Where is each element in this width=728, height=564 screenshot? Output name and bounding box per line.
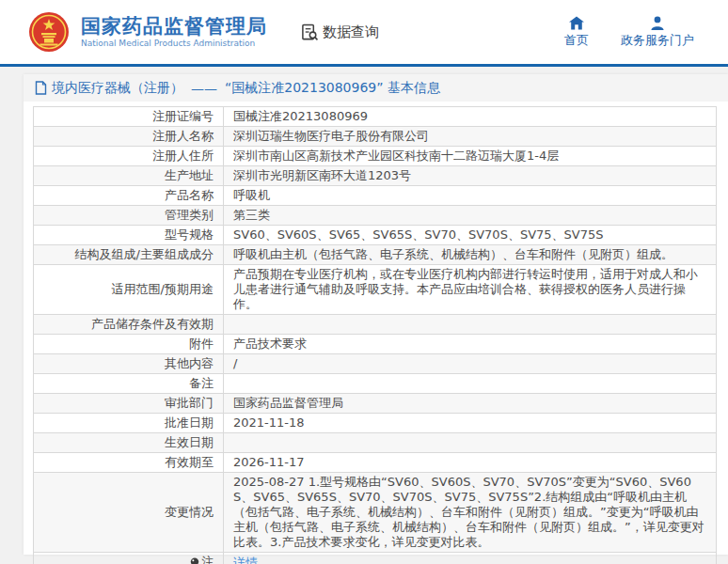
table-row: 适用范围/预期用途 产品预期在专业医疗机构，或在专业医疗机构内部进行转运时使用，… [34, 265, 717, 315]
header-nav: 首页 政务服务门户 [564, 16, 700, 48]
row-value: 深圳迈瑞生物医疗电子股份有限公司 [224, 127, 717, 147]
note-bulb-icon [190, 556, 199, 564]
row-label: 注册人名称 [34, 127, 224, 147]
table-row: 型号规格 SV60、SV60S、SV65、SV65S、SV70、SV70S、SV… [34, 226, 717, 245]
breadcrumb-separator: —— [191, 81, 217, 96]
breadcrumb: 境内医疗器械（注册） —— “国械注准20213080969” 基本信息 [24, 74, 728, 102]
org-names: 国家药品监督管理局 National Medical Products Admi… [81, 15, 267, 49]
table-row-note: 注 详情 [34, 553, 717, 564]
row-value [224, 433, 717, 453]
row-label: 变更情况 [34, 473, 224, 553]
table-row: 注册人名称 深圳迈瑞生物医疗电子股份有限公司 [34, 127, 717, 147]
row-value: 深圳市光明新区南环大道1203号 [224, 166, 717, 186]
row-label: 适用范围/预期用途 [34, 265, 224, 315]
row-value: 呼吸机由主机（包括气路、电子系统、机械结构）、台车和附件（见附页）组成。 [224, 245, 717, 265]
info-table-wrap: 注册证编号 国械注准20213080969 注册人名称 深圳迈瑞生物医疗电子股份… [24, 102, 728, 564]
table-row: 生效日期 [34, 433, 717, 453]
home-icon [569, 16, 584, 30]
person-icon [650, 16, 665, 30]
row-value: 2021-11-18 [224, 414, 717, 433]
row-value: 呼吸机 [224, 186, 717, 206]
row-value: 2026-11-17 [224, 453, 717, 473]
table-row: 注册证编号 国械注准20213080969 [34, 107, 717, 127]
data-query-link[interactable]: 数据查询 [301, 24, 379, 41]
table-row: 备注 [34, 374, 717, 394]
content-card: 境内医疗器械（注册） —— “国械注准20213080969” 基本信息 注册证… [24, 74, 728, 555]
breadcrumb-page-title: “国械注准20213080969” 基本信息 [225, 80, 440, 97]
nav-label-portal: 政务服务门户 [621, 33, 694, 48]
row-label: 管理类别 [34, 206, 224, 226]
row-value: 2025-08-27 1.型号规格由“SV60、SV60S、SV70、SV70S… [224, 473, 717, 553]
table-row: 批准日期 2021-11-18 [34, 414, 717, 433]
row-label: 注 [34, 553, 224, 564]
table-row: 变更情况 2025-08-27 1.型号规格由“SV60、SV60S、SV70、… [34, 473, 717, 553]
breadcrumb-section: 境内医疗器械（注册） [52, 80, 183, 97]
nav-label-home: 首页 [564, 33, 589, 48]
row-label: 其他内容 [34, 354, 224, 374]
row-value [224, 315, 717, 335]
table-row: 有效期至 2026-11-17 [34, 453, 717, 473]
row-value: 第三类 [224, 206, 717, 226]
data-query-label: 数据查询 [323, 24, 379, 41]
row-value [224, 374, 717, 394]
document-icon [35, 81, 47, 95]
row-value: 详情 [224, 553, 717, 564]
row-label: 有效期至 [34, 453, 224, 473]
row-value: / [224, 354, 717, 374]
row-value: 产品技术要求 [224, 335, 717, 354]
row-value: 产品预期在专业医疗机构，或在专业医疗机构内部进行转运时使用，适用于对成人和小儿患… [224, 265, 717, 315]
row-label: 审批部门 [34, 394, 224, 414]
registration-info-table: 注册证编号 国械注准20213080969 注册人名称 深圳迈瑞生物医疗电子股份… [33, 106, 717, 564]
nmpa-logo[interactable]: 国家药品监督管理局 National Medical Products Admi… [28, 11, 267, 53]
row-label: 批准日期 [34, 414, 224, 433]
row-label: 附件 [34, 335, 224, 354]
nav-item-portal[interactable]: 政务服务门户 [621, 16, 694, 48]
row-label: 型号规格 [34, 226, 224, 245]
table-row: 附件 产品技术要求 [34, 335, 717, 354]
org-name-en: National Medical Products Administration [81, 38, 267, 49]
row-label: 注册人住所 [34, 147, 224, 166]
row-value: 国械注准20213080969 [224, 107, 717, 127]
table-row: 产品储存条件及有效期 [34, 315, 717, 335]
table-row: 注册人住所 深圳市南山区高新技术产业园区科技南十二路迈瑞大厦1-4层 [34, 147, 717, 166]
detail-link[interactable]: 详情 [233, 556, 258, 564]
page-body: 境内医疗器械（注册） —— “国械注准20213080969” 基本信息 注册证… [0, 67, 728, 561]
row-label: 产品名称 [34, 186, 224, 206]
row-label: 注册证编号 [34, 107, 224, 127]
table-row: 结构及组成/主要组成成分 呼吸机由主机（包括气路、电子系统、机械结构）、台车和附… [34, 245, 717, 265]
table-row: 生产地址 深圳市光明新区南环大道1203号 [34, 166, 717, 186]
row-label: 备注 [34, 374, 224, 394]
org-name-cn: 国家药品监督管理局 [81, 15, 267, 38]
table-row: 审批部门 国家药品监督管理局 [34, 394, 717, 414]
row-value: SV60、SV60S、SV65、SV65S、SV70、SV70S、SV75、SV… [224, 226, 717, 245]
row-label: 结构及组成/主要组成成分 [34, 245, 224, 265]
table-row: 其他内容 / [34, 354, 717, 374]
table-row: 管理类别 第三类 [34, 206, 717, 226]
row-label: 生效日期 [34, 433, 224, 453]
row-value: 深圳市南山区高新技术产业园区科技南十二路迈瑞大厦1-4层 [224, 147, 717, 166]
table-row: 产品名称 呼吸机 [34, 186, 717, 206]
national-emblem-icon [28, 11, 70, 53]
site-header: 国家药品监督管理局 National Medical Products Admi… [0, 0, 728, 67]
row-label: 产品储存条件及有效期 [34, 315, 224, 335]
row-label: 生产地址 [34, 166, 224, 186]
document-search-icon [301, 24, 319, 41]
note-label: 注 [201, 555, 214, 564]
nav-item-home[interactable]: 首页 [564, 16, 589, 48]
row-value: 国家药品监督管理局 [224, 394, 717, 414]
